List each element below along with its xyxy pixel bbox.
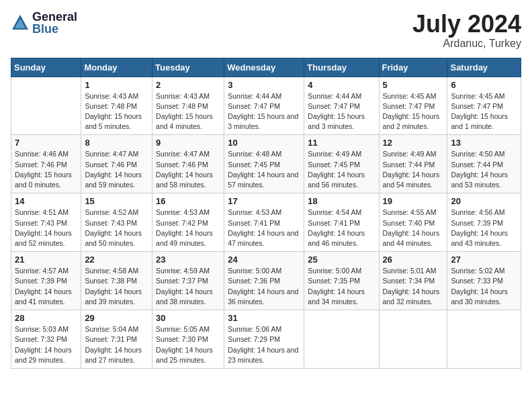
week-row-3: 14Sunrise: 4:51 AMSunset: 7:43 PMDayligh…	[11, 193, 521, 252]
day-info: Sunrise: 4:45 AMSunset: 7:47 PMDaylight:…	[451, 91, 517, 132]
logo-general-text: General	[32, 11, 77, 23]
day-cell	[447, 310, 521, 369]
calendar-header-row: SundayMondayTuesdayWednesdayThursdayFrid…	[11, 58, 521, 77]
day-number: 11	[308, 138, 375, 148]
day-info: Sunrise: 5:04 AMSunset: 7:31 PMDaylight:…	[85, 324, 148, 365]
day-number: 6	[451, 80, 517, 90]
day-cell: 27Sunrise: 5:02 AMSunset: 7:33 PMDayligh…	[447, 252, 521, 310]
day-cell: 7Sunrise: 4:46 AMSunset: 7:46 PMDaylight…	[11, 135, 81, 193]
logo: General Blue	[11, 11, 77, 35]
header-thursday: Thursday	[304, 58, 379, 77]
day-cell: 5Sunrise: 4:45 AMSunset: 7:47 PMDaylight…	[379, 77, 447, 135]
day-info: Sunrise: 4:55 AMSunset: 7:40 PMDaylight:…	[383, 208, 444, 248]
day-info: Sunrise: 4:44 AMSunset: 7:47 PMDaylight:…	[308, 91, 375, 132]
day-number: 12	[383, 138, 444, 148]
day-cell: 10Sunrise: 4:48 AMSunset: 7:45 PMDayligh…	[224, 135, 304, 193]
day-number: 23	[156, 255, 220, 265]
header-tuesday: Tuesday	[152, 58, 224, 77]
day-number: 31	[228, 313, 300, 323]
day-number: 24	[228, 255, 300, 265]
day-number: 21	[15, 255, 77, 265]
day-info: Sunrise: 4:49 AMSunset: 7:44 PMDaylight:…	[383, 149, 444, 190]
day-number: 9	[156, 138, 220, 148]
day-number: 2	[156, 80, 220, 90]
day-info: Sunrise: 4:47 AMSunset: 7:46 PMDaylight:…	[85, 149, 148, 190]
header-sunday: Sunday	[11, 58, 81, 77]
location-subtitle: Ardanuc, Turkey	[412, 38, 521, 50]
day-info: Sunrise: 4:52 AMSunset: 7:43 PMDaylight:…	[85, 208, 148, 248]
day-cell: 31Sunrise: 5:06 AMSunset: 7:29 PMDayligh…	[224, 310, 304, 369]
day-number: 17	[228, 196, 300, 206]
day-cell: 29Sunrise: 5:04 AMSunset: 7:31 PMDayligh…	[81, 310, 152, 369]
day-number: 4	[308, 80, 375, 90]
week-row-4: 21Sunrise: 4:57 AMSunset: 7:39 PMDayligh…	[11, 252, 521, 310]
day-info: Sunrise: 5:00 AMSunset: 7:35 PMDaylight:…	[308, 266, 375, 307]
day-number: 10	[228, 138, 300, 148]
header-monday: Monday	[81, 58, 152, 77]
day-number: 15	[85, 196, 148, 206]
header: General Blue July 2024 Ardanuc, Turkey	[11, 11, 521, 50]
day-info: Sunrise: 4:59 AMSunset: 7:37 PMDaylight:…	[156, 266, 220, 307]
day-info: Sunrise: 5:01 AMSunset: 7:34 PMDaylight:…	[383, 266, 444, 307]
day-cell	[379, 310, 447, 369]
day-info: Sunrise: 5:02 AMSunset: 7:33 PMDaylight:…	[451, 266, 517, 307]
header-friday: Friday	[379, 58, 447, 77]
day-info: Sunrise: 5:00 AMSunset: 7:36 PMDaylight:…	[228, 266, 300, 307]
title-area: July 2024 Ardanuc, Turkey	[412, 11, 521, 50]
month-year-title: July 2024	[412, 11, 521, 38]
day-number: 30	[156, 313, 220, 323]
day-cell: 30Sunrise: 5:05 AMSunset: 7:30 PMDayligh…	[152, 310, 224, 369]
day-number: 20	[451, 196, 517, 206]
header-wednesday: Wednesday	[224, 58, 304, 77]
day-cell: 15Sunrise: 4:52 AMSunset: 7:43 PMDayligh…	[81, 193, 152, 252]
day-cell: 4Sunrise: 4:44 AMSunset: 7:47 PMDaylight…	[304, 77, 379, 135]
logo-blue-text: Blue	[32, 23, 77, 35]
day-info: Sunrise: 4:46 AMSunset: 7:46 PMDaylight:…	[15, 149, 77, 190]
day-info: Sunrise: 4:51 AMSunset: 7:43 PMDaylight:…	[15, 208, 77, 248]
day-number: 19	[383, 196, 444, 206]
logo-icon	[11, 13, 30, 32]
day-cell: 23Sunrise: 4:59 AMSunset: 7:37 PMDayligh…	[152, 252, 224, 310]
day-info: Sunrise: 4:56 AMSunset: 7:39 PMDaylight:…	[451, 208, 517, 248]
day-cell: 25Sunrise: 5:00 AMSunset: 7:35 PMDayligh…	[304, 252, 379, 310]
day-number: 13	[451, 138, 517, 148]
day-number: 14	[15, 196, 77, 206]
day-cell: 22Sunrise: 4:58 AMSunset: 7:38 PMDayligh…	[81, 252, 152, 310]
day-cell: 24Sunrise: 5:00 AMSunset: 7:36 PMDayligh…	[224, 252, 304, 310]
day-info: Sunrise: 4:44 AMSunset: 7:47 PMDaylight:…	[228, 91, 300, 132]
header-saturday: Saturday	[447, 58, 521, 77]
day-info: Sunrise: 4:43 AMSunset: 7:48 PMDaylight:…	[156, 91, 220, 132]
day-info: Sunrise: 4:49 AMSunset: 7:45 PMDaylight:…	[308, 149, 375, 190]
day-cell: 9Sunrise: 4:47 AMSunset: 7:46 PMDaylight…	[152, 135, 224, 193]
day-cell: 1Sunrise: 4:43 AMSunset: 7:48 PMDaylight…	[81, 77, 152, 135]
day-number: 28	[15, 313, 77, 323]
day-number: 5	[383, 80, 444, 90]
day-number: 26	[383, 255, 444, 265]
day-number: 16	[156, 196, 220, 206]
day-cell: 20Sunrise: 4:56 AMSunset: 7:39 PMDayligh…	[447, 193, 521, 252]
day-info: Sunrise: 5:03 AMSunset: 7:32 PMDaylight:…	[15, 324, 77, 365]
day-cell: 18Sunrise: 4:54 AMSunset: 7:41 PMDayligh…	[304, 193, 379, 252]
day-cell: 2Sunrise: 4:43 AMSunset: 7:48 PMDaylight…	[152, 77, 224, 135]
day-info: Sunrise: 4:48 AMSunset: 7:45 PMDaylight:…	[228, 149, 300, 190]
day-info: Sunrise: 4:47 AMSunset: 7:46 PMDaylight:…	[156, 149, 220, 190]
day-cell: 3Sunrise: 4:44 AMSunset: 7:47 PMDaylight…	[224, 77, 304, 135]
day-cell: 21Sunrise: 4:57 AMSunset: 7:39 PMDayligh…	[11, 252, 81, 310]
week-row-5: 28Sunrise: 5:03 AMSunset: 7:32 PMDayligh…	[11, 310, 521, 369]
day-cell	[304, 310, 379, 369]
week-row-1: 1Sunrise: 4:43 AMSunset: 7:48 PMDaylight…	[11, 77, 521, 135]
day-cell: 13Sunrise: 4:50 AMSunset: 7:44 PMDayligh…	[447, 135, 521, 193]
day-cell: 12Sunrise: 4:49 AMSunset: 7:44 PMDayligh…	[379, 135, 447, 193]
day-number: 27	[451, 255, 517, 265]
day-info: Sunrise: 4:53 AMSunset: 7:42 PMDaylight:…	[156, 208, 220, 248]
day-number: 3	[228, 80, 300, 90]
week-row-2: 7Sunrise: 4:46 AMSunset: 7:46 PMDaylight…	[11, 135, 521, 193]
day-number: 7	[15, 138, 77, 148]
day-cell: 17Sunrise: 4:53 AMSunset: 7:41 PMDayligh…	[224, 193, 304, 252]
day-cell: 19Sunrise: 4:55 AMSunset: 7:40 PMDayligh…	[379, 193, 447, 252]
day-cell: 14Sunrise: 4:51 AMSunset: 7:43 PMDayligh…	[11, 193, 81, 252]
day-cell: 28Sunrise: 5:03 AMSunset: 7:32 PMDayligh…	[11, 310, 81, 369]
day-cell: 26Sunrise: 5:01 AMSunset: 7:34 PMDayligh…	[379, 252, 447, 310]
day-number: 22	[85, 255, 148, 265]
day-info: Sunrise: 4:57 AMSunset: 7:39 PMDaylight:…	[15, 266, 77, 307]
